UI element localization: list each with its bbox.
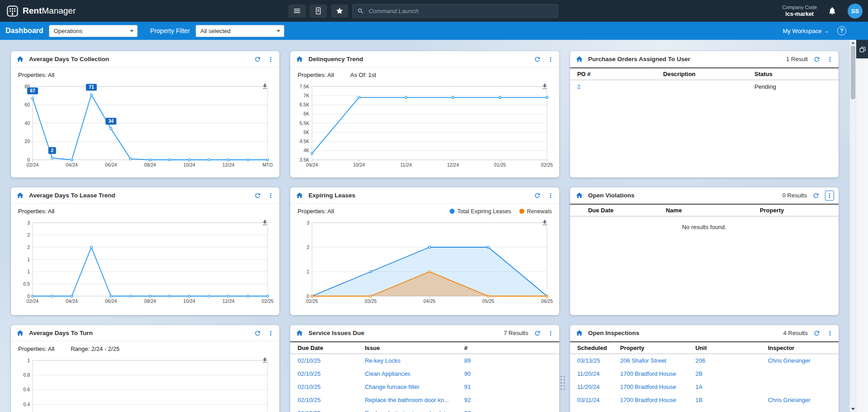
table-header-row: Due DateNameProperty: [570, 204, 839, 216]
table-cell[interactable]: 2B: [688, 370, 761, 377]
table-cell[interactable]: 2: [570, 83, 656, 90]
table-row[interactable]: 2Pending: [570, 80, 839, 93]
table-cell[interactable]: 02/10/25: [290, 397, 357, 403]
table-cell[interactable]: 1700 Bradford House: [613, 383, 688, 390]
svg-text:02/25: 02/25: [262, 298, 273, 304]
svg-text:0.4: 0.4: [23, 402, 30, 407]
download-icon[interactable]: [261, 83, 269, 90]
building-logo-icon: [6, 5, 19, 17]
refresh-icon[interactable]: [813, 56, 820, 63]
download-icon[interactable]: [261, 357, 269, 364]
dashboard-type-select[interactable]: Operations: [49, 25, 138, 37]
svg-text:12/24: 12/24: [222, 298, 234, 304]
table-cell[interactable]: Replace the bathroom door kn...: [358, 397, 457, 403]
svg-text:1: 1: [307, 269, 309, 274]
table-row[interactable]: 02/10/25Replace the bathroom door kn...9…: [290, 393, 559, 407]
table-cell[interactable]: 02/10/25: [290, 370, 357, 377]
kebab-menu-button[interactable]: [267, 191, 275, 200]
table-cell[interactable]: Chris Griesinger: [761, 397, 839, 403]
table-row[interactable]: 11/20/241700 Bradford House1A: [570, 380, 839, 393]
property-filter-select[interactable]: All selected: [196, 25, 284, 37]
table-cell[interactable]: 91: [457, 383, 559, 390]
kebab-menu-button[interactable]: [825, 191, 834, 201]
svg-text:0: 0: [307, 293, 309, 299]
table-cell[interactable]: 206 Shafor Street: [613, 357, 688, 364]
panel-toggle-button[interactable]: [856, 40, 868, 58]
table-cell[interactable]: 03/13/25: [570, 357, 613, 364]
table-cell[interactable]: 89: [457, 357, 559, 364]
table-cell[interactable]: 11/20/24: [570, 370, 613, 377]
table-cell[interactable]: Chris Griesinger: [761, 357, 839, 364]
table-row[interactable]: 03/11/241700 Bradford House1BChris Gries…: [570, 393, 839, 407]
legend-item[interactable]: Renewals: [519, 208, 552, 215]
vertical-scrollbar[interactable]: [849, 40, 856, 412]
table-row[interactable]: 02/10/25Clean Appliances90: [290, 367, 559, 380]
kebab-menu-button[interactable]: [547, 55, 555, 64]
table-cell[interactable]: 1B: [688, 397, 761, 403]
table-cell[interactable]: 11/20/24: [570, 383, 613, 390]
table-row[interactable]: 03/13/25206 Shafor Street206Chris Griesi…: [570, 354, 839, 367]
refresh-icon[interactable]: [254, 330, 261, 337]
help-icon[interactable]: ?: [837, 26, 846, 35]
legend-item[interactable]: Total Expiring Leases: [450, 208, 511, 215]
kebab-menu-button[interactable]: [826, 329, 834, 338]
table-cell[interactable]: 02/10/25: [290, 357, 357, 364]
card-title: Average Days To Turn: [29, 330, 93, 336]
user-avatar[interactable]: SS: [848, 4, 863, 19]
refresh-icon[interactable]: [534, 330, 541, 337]
card-header: Open Inspections 4 Results: [570, 325, 839, 341]
table-cell[interactable]: 03/11/24: [570, 397, 613, 403]
table-cell[interactable]: Clean Appliances: [358, 370, 457, 377]
refresh-icon[interactable]: [534, 56, 541, 63]
refresh-icon[interactable]: [254, 56, 261, 63]
kebab-menu-button[interactable]: [547, 329, 555, 338]
scroll-down-arrow-icon[interactable]: [851, 408, 855, 410]
table-header-row: PO #DescriptionStatus: [570, 67, 839, 80]
svg-text:5K: 5K: [303, 129, 309, 135]
kebab-menu-button[interactable]: [267, 329, 275, 338]
table-cell[interactable]: 93: [457, 410, 559, 412]
table-row[interactable]: 02/10/25Re-key Locks89: [290, 354, 559, 367]
card-drag-handle[interactable]: [561, 376, 565, 390]
kebab-icon: [267, 192, 274, 199]
refresh-icon[interactable]: [813, 330, 820, 337]
table-cell[interactable]: 02/10/25: [290, 410, 357, 412]
download-icon[interactable]: [541, 219, 548, 226]
properties-label: Properties: All: [297, 208, 334, 215]
download-icon[interactable]: [541, 83, 548, 90]
notifications-bell-icon[interactable]: [828, 6, 837, 15]
table-row[interactable]: 02/10/25Replace batteries in smoke det..…: [290, 407, 559, 412]
device-list-button[interactable]: [310, 5, 327, 18]
scrollbar-thumb[interactable]: [851, 46, 855, 99]
kebab-menu-button[interactable]: [547, 191, 555, 200]
svg-text:34: 34: [108, 118, 114, 124]
card-grid: Average Days To Collection Properties: A…: [11, 51, 839, 412]
table-cell[interactable]: 1A: [688, 383, 761, 390]
table-row[interactable]: 11/20/241700 Bradford House2B: [570, 367, 839, 380]
kebab-menu-button[interactable]: [826, 55, 834, 64]
refresh-icon[interactable]: [812, 192, 820, 199]
command-launch-input[interactable]: [368, 7, 553, 15]
kebab-menu-button[interactable]: [267, 55, 275, 64]
table-cell[interactable]: 1700 Bradford House: [613, 370, 688, 377]
table-cell[interactable]: 92: [457, 397, 559, 403]
refresh-icon[interactable]: [254, 192, 261, 199]
download-icon[interactable]: [261, 219, 269, 226]
favorites-button[interactable]: [331, 5, 348, 18]
table-cell[interactable]: Replace batteries in smoke det...: [358, 410, 457, 412]
table-cell[interactable]: 02/10/25: [290, 383, 357, 390]
refresh-icon[interactable]: [534, 192, 541, 199]
my-workspace-link[interactable]: My Workspace →: [783, 28, 829, 34]
menu-button[interactable]: [288, 5, 306, 18]
rent-manager-logo[interactable]: RentManager: [0, 5, 76, 17]
kebab-icon: [826, 192, 833, 199]
table-cell[interactable]: 206: [688, 357, 761, 364]
table-cell[interactable]: 1700 Bradford House: [613, 397, 688, 403]
table-cell[interactable]: Change furnace filter: [358, 383, 457, 390]
range-label: Range: 2/24 - 2/25: [71, 345, 120, 352]
scroll-up-arrow-icon[interactable]: [851, 42, 855, 44]
table-cell[interactable]: 90: [457, 370, 559, 377]
table-row[interactable]: 02/10/25Change furnace filter91: [290, 380, 559, 393]
table-cell[interactable]: Re-key Locks: [358, 357, 457, 364]
legend-dot-icon: [519, 209, 524, 214]
